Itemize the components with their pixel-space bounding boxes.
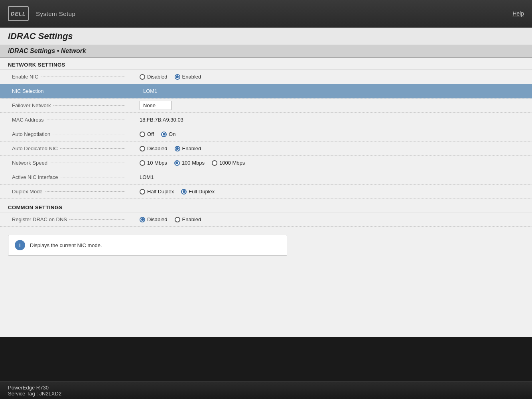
mac-address-row: MAC Address 18:FB:7B:A9:30:03 bbox=[0, 113, 532, 127]
auto-negotiation-on-option[interactable]: On bbox=[161, 131, 175, 137]
enable-nic-enabled-option[interactable]: Enabled bbox=[175, 74, 201, 80]
enable-nic-radio-group: Disabled Enabled bbox=[140, 74, 201, 80]
enable-nic-disabled-option[interactable]: Disabled bbox=[140, 74, 167, 80]
network-speed-radio-group: 10 Mbps 100 Mbps 1000 Mbps bbox=[140, 160, 245, 166]
auto-dedicated-nic-value: Disabled Enabled bbox=[136, 143, 532, 154]
network-speed-value: 10 Mbps 100 Mbps 1000 Mbps bbox=[136, 157, 532, 168]
failover-network-row: Failover Network None bbox=[0, 98, 532, 113]
mac-address-text: 18:FB:7B:A9:30:03 bbox=[140, 117, 183, 123]
duplex-mode-radio-group: Half Duplex Full Duplex bbox=[140, 189, 215, 195]
failover-network-value: None bbox=[136, 98, 532, 112]
page-title: iDRAC Settings bbox=[8, 31, 73, 41]
network-settings-header: NETWORK SETTINGS bbox=[0, 58, 532, 70]
auto-negotiation-row: Auto Negotiation Off On bbox=[0, 127, 532, 142]
system-setup-label: System Setup bbox=[36, 10, 75, 17]
duplex-mode-row: Duplex Mode Half Duplex Full Duplex bbox=[0, 185, 532, 199]
enable-nic-value: Disabled Enabled bbox=[136, 71, 532, 82]
duplex-mode-half-radio[interactable] bbox=[140, 189, 145, 195]
auto-dedicated-nic-row: Auto Dedicated NIC Disabled Enabled bbox=[0, 142, 532, 156]
network-speed-1000mbps-option[interactable]: 1000 Mbps bbox=[212, 160, 245, 166]
info-icon: i bbox=[15, 240, 25, 250]
enable-nic-disabled-radio[interactable] bbox=[140, 74, 145, 80]
auto-negotiation-label: Auto Negotiation bbox=[0, 129, 136, 140]
auto-negotiation-off-radio[interactable] bbox=[140, 132, 145, 137]
enable-nic-enabled-radio[interactable] bbox=[175, 74, 180, 80]
breadcrumb-bar: iDRAC Settings • Network bbox=[0, 45, 532, 58]
network-speed-label: Network Speed bbox=[0, 157, 136, 168]
register-drac-dns-radio-group: Disabled Enabled bbox=[140, 216, 201, 222]
auto-negotiation-off-option[interactable]: Off bbox=[140, 131, 154, 137]
register-drac-dns-value: Disabled Enabled bbox=[136, 214, 532, 225]
auto-negotiation-radio-group: Off On bbox=[140, 131, 175, 137]
register-drac-dns-label: Register DRAC on DNS bbox=[0, 214, 136, 225]
network-speed-10mbps-option[interactable]: 10 Mbps bbox=[140, 160, 167, 166]
help-link[interactable]: Help bbox=[512, 10, 524, 17]
common-settings-header: COMMON SETTINGS bbox=[0, 200, 532, 212]
auto-dedicated-nic-disabled-radio[interactable] bbox=[140, 146, 145, 151]
mac-address-value: 18:FB:7B:A9:30:03 bbox=[136, 114, 532, 125]
nic-selection-dropdown[interactable]: LOM1 bbox=[140, 86, 187, 96]
top-bar: DELL System Setup Help bbox=[0, 0, 532, 28]
active-nic-interface-value: LOM1 bbox=[136, 172, 532, 183]
register-drac-dns-enabled-radio[interactable] bbox=[175, 217, 180, 222]
dell-logo: DELL bbox=[8, 6, 29, 21]
breadcrumb: iDRAC Settings • Network bbox=[8, 47, 86, 54]
nic-selection-value: LOM1 bbox=[136, 84, 532, 98]
failover-network-label: Failover Network bbox=[0, 100, 136, 111]
duplex-mode-full-radio[interactable] bbox=[181, 189, 187, 195]
auto-negotiation-on-radio[interactable] bbox=[161, 132, 167, 137]
mac-address-label: MAC Address bbox=[0, 114, 136, 125]
active-nic-interface-text: LOM1 bbox=[140, 174, 154, 180]
info-text: Displays the current NIC mode. bbox=[30, 242, 102, 248]
network-speed-100mbps-radio[interactable] bbox=[174, 160, 180, 166]
model-label: PowerEdge R730 bbox=[8, 385, 524, 391]
auto-negotiation-value: Off On bbox=[136, 129, 532, 140]
network-speed-1000mbps-radio[interactable] bbox=[212, 160, 217, 166]
network-speed-10mbps-radio[interactable] bbox=[140, 160, 145, 166]
duplex-mode-full-option[interactable]: Full Duplex bbox=[181, 189, 215, 195]
register-drac-dns-enabled-option[interactable]: Enabled bbox=[175, 216, 201, 222]
failover-network-dropdown[interactable]: None bbox=[140, 101, 171, 110]
auto-dedicated-nic-label: Auto Dedicated NIC bbox=[0, 143, 136, 154]
network-speed-row: Network Speed 10 Mbps 100 Mbps 1000 Mbps bbox=[0, 156, 532, 170]
register-drac-dns-disabled-option[interactable]: Disabled bbox=[140, 216, 167, 222]
auto-dedicated-nic-enabled-option[interactable]: Enabled bbox=[175, 145, 201, 151]
enable-nic-label: Enable NIC bbox=[0, 71, 136, 82]
network-speed-100mbps-option[interactable]: 100 Mbps bbox=[174, 160, 205, 166]
page-title-bar: iDRAC Settings bbox=[0, 28, 532, 45]
active-nic-interface-row: Active NIC Interface LOM1 bbox=[0, 170, 532, 185]
active-nic-interface-label: Active NIC Interface bbox=[0, 172, 136, 183]
auto-dedicated-nic-disabled-option[interactable]: Disabled bbox=[140, 145, 167, 151]
main-content: NETWORK SETTINGS Enable NIC Disabled Ena… bbox=[0, 58, 532, 337]
info-box: i Displays the current NIC mode. bbox=[8, 235, 287, 256]
duplex-mode-value: Half Duplex Full Duplex bbox=[136, 186, 532, 197]
service-tag-label: Service Tag : JN2LXD2 bbox=[8, 391, 524, 397]
register-drac-dns-row: Register DRAC on DNS Disabled Enabled bbox=[0, 212, 532, 227]
enable-nic-row: Enable NIC Disabled Enabled bbox=[0, 70, 532, 84]
register-drac-dns-disabled-radio[interactable] bbox=[140, 217, 145, 222]
nic-selection-label: NIC Selection bbox=[0, 86, 136, 96]
duplex-mode-label: Duplex Mode bbox=[0, 186, 136, 197]
bottom-bar: PowerEdge R730 Service Tag : JN2LXD2 bbox=[0, 381, 532, 399]
duplex-mode-half-option[interactable]: Half Duplex bbox=[140, 189, 174, 195]
nic-selection-row[interactable]: NIC Selection LOM1 bbox=[0, 84, 532, 98]
auto-dedicated-nic-enabled-radio[interactable] bbox=[175, 146, 180, 151]
auto-dedicated-nic-radio-group: Disabled Enabled bbox=[140, 145, 201, 151]
